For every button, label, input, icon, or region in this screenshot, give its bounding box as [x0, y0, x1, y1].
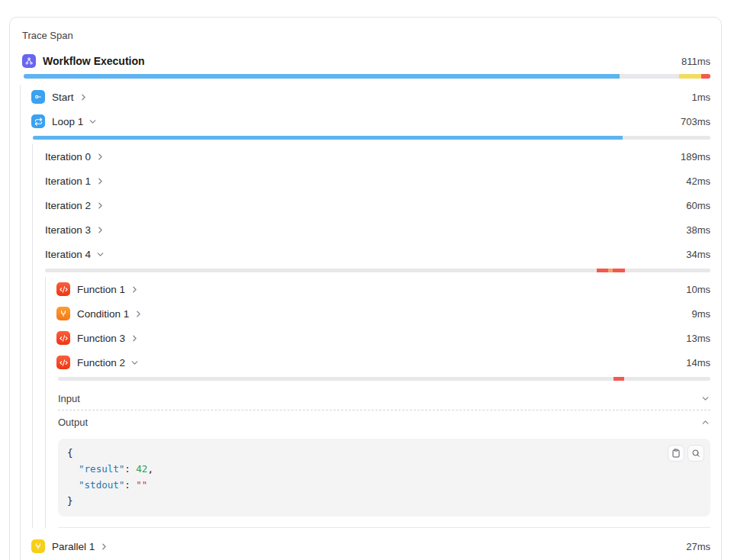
span-row-start[interactable]: Start 1ms: [31, 85, 710, 109]
span-duration: 38ms: [686, 224, 710, 236]
span-duration: 13ms: [686, 333, 710, 344]
code-line: }: [67, 493, 700, 509]
chevron-right-icon: [95, 201, 105, 211]
input-label: Input: [58, 393, 80, 404]
chevron-down-icon: [95, 249, 105, 259]
span-label: Workflow Execution: [43, 55, 145, 67]
chevron-down-icon: [700, 394, 710, 404]
span-label: Parallel 1: [52, 541, 95, 552]
code-actions: [668, 445, 704, 462]
span-label: Function 3: [77, 333, 125, 344]
iteration-4-children: Function 1 10ms Condition 1 9ms: [45, 277, 710, 528]
span-row-parallel-1[interactable]: Parallel 1 27ms: [31, 534, 710, 558]
span-row-iteration-0[interactable]: Iteration 0 189ms: [45, 144, 710, 169]
span-row-workflow-execution[interactable]: Workflow Execution 811ms: [22, 50, 710, 72]
span-duration: 10ms: [686, 284, 710, 295]
chevron-down-icon: [130, 358, 140, 368]
span-duration: 34ms: [686, 249, 710, 260]
span-duration: 811ms: [681, 56, 710, 67]
code-line: "stdout": "": [67, 477, 700, 493]
span-label: Iteration 4: [45, 249, 91, 260]
chevron-right-icon: [95, 152, 105, 162]
code-line: "result": 42,: [67, 461, 700, 477]
span-row-function-1[interactable]: Function 1 10ms: [56, 277, 710, 301]
function-icon: [56, 282, 70, 296]
chevron-right-icon: [79, 92, 89, 102]
span-duration: 42ms: [686, 175, 710, 187]
span-label: Function 2: [77, 357, 125, 369]
span-row-iteration-1[interactable]: Iteration 1 42ms: [45, 169, 710, 193]
chevron-right-icon: [130, 333, 140, 343]
chevron-right-icon: [99, 542, 109, 552]
span-row-iteration-2[interactable]: Iteration 2 60ms: [45, 193, 710, 217]
output-json-code-block: { "result": 42, "stdout": "" }: [58, 439, 710, 517]
trace-span-panel: Trace Span Workflow Execution 811ms Star…: [9, 17, 722, 560]
function-2-details: Input Output: [58, 387, 710, 528]
span-duration: 14ms: [686, 357, 710, 369]
span-row-condition-1[interactable]: Condition 1 9ms: [56, 301, 710, 326]
chevron-right-icon: [95, 176, 105, 186]
condition-branch-icon: [56, 307, 70, 320]
span-label: Iteration 0: [45, 151, 91, 163]
span-duration: 27ms: [686, 541, 710, 552]
span-duration: 9ms: [691, 308, 710, 320]
span-label: Iteration 2: [45, 200, 91, 211]
output-section-header[interactable]: Output: [58, 410, 710, 434]
clipboard-icon: [671, 449, 681, 458]
function-2-timeline-bar: [58, 377, 710, 381]
output-label: Output: [58, 417, 88, 428]
code-line: {: [67, 445, 700, 461]
input-section-header[interactable]: Input: [58, 387, 710, 410]
span-row-iteration-3[interactable]: Iteration 3 38ms: [45, 217, 710, 242]
loop-timeline-bar: [33, 136, 710, 140]
span-row-loop-1[interactable]: Loop 1 703ms: [31, 109, 710, 134]
span-label: Start: [52, 92, 74, 103]
span-duration: 703ms: [681, 116, 710, 127]
function-icon: [56, 356, 70, 369]
span-label: Loop 1: [52, 116, 83, 127]
workflow-children: Start 1ms Loop 1 703ms Iteration 0 189ms: [20, 85, 710, 560]
chevron-up-icon: [700, 417, 710, 427]
workflow-icon: [22, 54, 36, 68]
loop-children: Iteration 0 189ms Iteration 1 42ms Itera…: [32, 144, 710, 528]
copy-button[interactable]: [668, 445, 684, 462]
span-row-function-2[interactable]: Function 2 14ms: [56, 350, 710, 375]
span-duration: 60ms: [686, 200, 710, 211]
loop-icon: [31, 114, 45, 128]
span-duration: 1ms: [691, 92, 710, 103]
span-label: Function 1: [77, 284, 125, 295]
search-icon: [691, 449, 700, 458]
workflow-timeline-bar: [24, 74, 710, 79]
span-row-function-3[interactable]: Function 3 13ms: [56, 326, 710, 350]
iteration-4-timeline-bar: [45, 269, 710, 272]
chevron-right-icon: [95, 225, 105, 235]
function-icon: [56, 331, 70, 345]
span-row-iteration-4[interactable]: Iteration 4 34ms: [45, 242, 710, 266]
span-label: Iteration 1: [45, 175, 91, 187]
chevron-right-icon: [134, 309, 143, 319]
span-label: Condition 1: [77, 308, 129, 320]
span-label: Iteration 3: [45, 224, 91, 236]
search-button[interactable]: [688, 445, 704, 462]
chevron-down-icon: [88, 117, 98, 127]
span-duration: 189ms: [681, 151, 710, 163]
start-step-icon: [31, 90, 45, 104]
chevron-right-icon: [130, 285, 140, 294]
parallel-branch-icon: [31, 539, 45, 553]
panel-title: Trace Span: [22, 30, 710, 41]
